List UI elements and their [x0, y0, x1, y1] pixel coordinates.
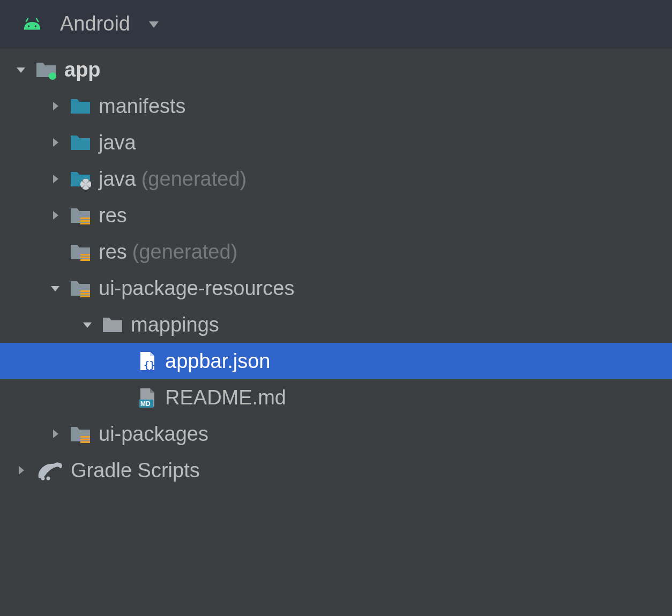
svg-text:{}: {}	[144, 359, 155, 371]
svg-rect-18	[80, 436, 90, 438]
tree-item-label: java	[99, 168, 136, 191]
folder-res-icon	[70, 241, 91, 262]
tree-item-label: app	[64, 58, 101, 81]
svg-rect-7	[80, 220, 90, 222]
svg-line-1	[36, 18, 38, 21]
folder-teal-icon	[70, 132, 91, 153]
tree-item[interactable]: ui-packages	[0, 416, 672, 452]
svg-point-23	[47, 477, 50, 480]
svg-point-2	[28, 25, 30, 27]
folder-teal-icon	[70, 95, 91, 117]
chevron-right-icon[interactable]	[49, 428, 61, 440]
tree-item-label: java	[99, 131, 136, 154]
svg-point-4	[49, 72, 56, 80]
tree-item-label: res	[99, 204, 127, 227]
chevron-right-icon[interactable]	[49, 173, 61, 185]
tree-item[interactable]: java	[0, 124, 672, 161]
tree-item-label: res	[99, 241, 127, 264]
folder-res-icon	[70, 205, 91, 226]
tree-item-label: manifests	[99, 95, 186, 118]
tree-item[interactable]: res(generated)	[0, 234, 672, 270]
chevron-right-icon[interactable]	[49, 209, 61, 221]
chevron-right-icon[interactable]	[49, 137, 61, 148]
tree-item[interactable]: Gradle Scripts	[0, 452, 672, 489]
project-view-header[interactable]: Android	[0, 0, 672, 48]
svg-point-22	[41, 477, 45, 480]
tree-item[interactable]: {}appbar.json	[0, 343, 672, 379]
md-file-icon: MD	[136, 387, 158, 408]
svg-rect-6	[80, 217, 90, 219]
svg-point-21	[53, 468, 55, 470]
tree-item-label: ui-packages	[99, 423, 208, 446]
dropdown-chevron-icon[interactable]	[143, 13, 165, 35]
chevron-down-icon[interactable]	[15, 64, 27, 76]
chevron-right-icon[interactable]	[15, 464, 27, 476]
folder-gray-icon	[102, 314, 123, 335]
svg-rect-13	[80, 293, 90, 295]
android-icon	[21, 13, 43, 35]
svg-rect-8	[80, 223, 90, 224]
tree-item-suffix: (generated)	[132, 241, 237, 264]
tree-item[interactable]: app	[0, 51, 672, 88]
tree-item-label: README.md	[165, 386, 286, 409]
svg-rect-19	[80, 439, 90, 440]
tree-item[interactable]: java(generated)	[0, 161, 672, 197]
json-file-icon: {}	[136, 350, 158, 372]
view-selector-label: Android	[60, 12, 130, 35]
chevron-down-icon[interactable]	[49, 282, 61, 294]
chevron-right-icon[interactable]	[49, 100, 61, 112]
project-tree: appmanifestsjavajava(generated)resres(ge…	[0, 48, 672, 489]
svg-rect-11	[80, 259, 90, 261]
svg-rect-12	[80, 290, 90, 292]
folder-res-icon	[70, 423, 91, 445]
svg-line-0	[26, 18, 28, 21]
module-icon	[35, 59, 57, 80]
svg-rect-9	[80, 254, 90, 256]
tree-item[interactable]: mappings	[0, 306, 672, 343]
tree-item[interactable]: ui-package-resources	[0, 270, 672, 306]
tree-item[interactable]: res	[0, 197, 672, 234]
tree-item-label: appbar.json	[165, 350, 271, 373]
tree-item[interactable]: manifests	[0, 88, 672, 124]
gradle-icon	[35, 460, 63, 481]
tree-item-suffix: (generated)	[141, 168, 247, 191]
svg-point-3	[35, 25, 37, 27]
tree-item[interactable]: MDREADME.md	[0, 379, 672, 416]
svg-rect-14	[80, 296, 90, 297]
folder-res-icon	[70, 277, 91, 299]
tree-item-label: mappings	[131, 313, 219, 336]
folder-gen-icon	[70, 168, 91, 190]
chevron-down-icon[interactable]	[81, 319, 93, 330]
tree-item-label: Gradle Scripts	[71, 459, 200, 482]
svg-rect-10	[80, 257, 90, 258]
svg-text:MD: MD	[140, 400, 151, 408]
tree-item-label: ui-package-resources	[99, 277, 294, 300]
svg-rect-20	[80, 441, 90, 443]
